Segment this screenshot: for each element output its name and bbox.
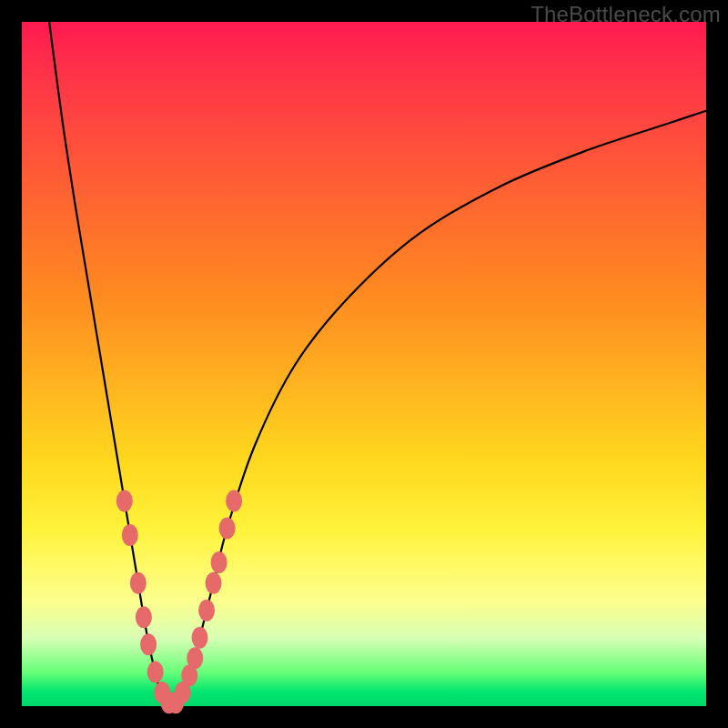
data-marker	[187, 647, 203, 669]
data-marker	[136, 606, 152, 628]
curve-left-branch	[49, 22, 172, 706]
plot-area	[22, 22, 706, 706]
data-marker	[206, 572, 222, 594]
outer-frame: TheBottleneck.com	[0, 0, 728, 728]
data-marker	[122, 524, 138, 546]
data-marker	[226, 490, 242, 511]
data-marker	[116, 490, 133, 511]
data-marker	[219, 517, 236, 539]
data-markers	[116, 490, 242, 713]
curve-right-branch	[172, 111, 706, 706]
data-marker	[140, 633, 157, 655]
data-marker	[130, 572, 147, 594]
chart-svg	[22, 22, 706, 706]
data-marker	[192, 627, 208, 649]
data-marker	[147, 661, 164, 682]
watermark-text: TheBottleneck.com	[531, 2, 721, 27]
data-marker	[198, 600, 215, 622]
data-marker	[211, 551, 228, 573]
